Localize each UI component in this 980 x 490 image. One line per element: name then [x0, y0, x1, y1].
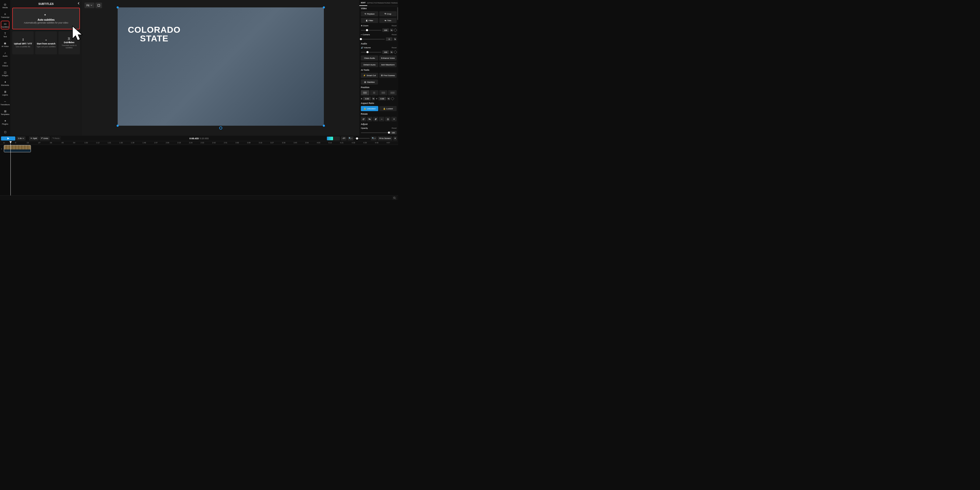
pos-center[interactable] [370, 90, 379, 95]
rail-subtitles[interactable]: ▭Subtitles [1, 21, 10, 29]
rail-transitions[interactable]: ↔Transitions [1, 98, 10, 107]
speed-dropdown[interactable]: 1.0x [16, 136, 25, 140]
tab-timing[interactable]: TIMING [390, 0, 398, 6]
volume-reset[interactable]: Reset [391, 46, 396, 49]
rail-plugins[interactable]: ✦Plugins [1, 118, 10, 126]
timeline-ruler[interactable]: :0:9:18:27:36:45:541:031:121:211:301:391… [0, 141, 398, 145]
stabilize-button[interactable]: ▤ Stabilize [361, 80, 378, 85]
redo-button[interactable]: ↷ Redo [51, 136, 61, 140]
volume-slider[interactable] [361, 52, 381, 53]
upload-srt-card[interactable]: ↥ Upload SRT / VTT Use a subtitle file [12, 32, 34, 54]
rail-aivoice[interactable]: ◉AI Voice [1, 40, 10, 49]
svg-line-2 [395, 198, 396, 199]
audio-icon: ♪ [3, 51, 7, 55]
keyframe-icon[interactable] [393, 50, 397, 54]
rotate-ccw-button[interactable]: ↺ [361, 117, 366, 121]
rail-videos[interactable]: ▭Videos [1, 59, 10, 68]
corners-slider[interactable] [361, 39, 385, 40]
zoom-reset[interactable]: Reset [391, 24, 396, 27]
keyframe-icon[interactable] [391, 97, 394, 101]
pos-left[interactable] [361, 90, 369, 95]
plus-icon: ＋ [44, 38, 48, 41]
add-waveform-button[interactable]: Add Waveform [379, 62, 396, 67]
pos-right[interactable] [379, 90, 388, 95]
opacity-label: Opacity [361, 127, 369, 129]
flip-v-button[interactable]: ⇵ [373, 117, 379, 121]
corners-value[interactable]: 0 [386, 37, 393, 41]
rail-text[interactable]: TText [1, 30, 10, 39]
upload-icon: ↥ [21, 38, 25, 41]
corners-label: ⌐ Corners [361, 34, 369, 36]
zoom-value[interactable]: 100 [382, 28, 389, 32]
fit-to-screen-button[interactable]: Fit to Screen [378, 136, 392, 140]
trim-button[interactable]: ⇆ Trim [379, 18, 396, 23]
resize-handle-tl[interactable] [117, 6, 119, 8]
zoom-in-timeline[interactable]: 🔍+ [371, 136, 377, 140]
zoom-out-timeline[interactable]: 🔍− [348, 136, 353, 140]
timeline-zoom-slider[interactable] [355, 138, 370, 139]
auto-subtitles-card[interactable]: ✦ Auto subtitles Automatically generate … [12, 8, 80, 29]
rail-images[interactable]: ◫Images [1, 69, 10, 78]
snap-toggle[interactable] [327, 136, 340, 140]
ruler-mark: 1:03 [84, 142, 88, 144]
video-preview[interactable]: COLORADO STATE [118, 7, 324, 126]
clean-audio-button[interactable]: Clean Audio [361, 56, 378, 61]
filter-button[interactable]: ◧ Filter [361, 18, 378, 23]
undo-button[interactable]: ↶ Undo [40, 136, 50, 140]
volume-value[interactable]: 100 [382, 50, 389, 54]
rail-record[interactable]: ◻ [1, 128, 10, 136]
enhance-voice-button[interactable]: Enhance Voice [379, 56, 396, 61]
corners-reset[interactable]: Reset [391, 34, 396, 36]
rail-transcript[interactable]: ≡Transcript [1, 11, 10, 20]
zoom-slider[interactable] [361, 30, 381, 31]
start-scratch-card[interactable]: ＋ Start from scratch Type out your subti… [35, 32, 57, 54]
tab-edit[interactable]: EDIT [360, 0, 367, 6]
unlocked-button[interactable]: 🔓 Unlocked [361, 106, 378, 111]
locked-button[interactable]: 🔒 Locked [379, 106, 396, 111]
search-timeline-button[interactable] [393, 196, 396, 200]
pos-full[interactable] [388, 90, 396, 95]
rail-audio[interactable]: ♪Audio [1, 50, 10, 59]
tab-effects[interactable]: EFFECTS [367, 0, 376, 6]
zoom-out-button[interactable]: − [379, 117, 384, 121]
opacity-value[interactable]: 100 [390, 131, 396, 134]
split-button[interactable]: ✂ Split [29, 136, 38, 140]
find-scenes-button[interactable]: ⊞ Find Scenes [379, 73, 396, 78]
rail-media[interactable]: ◎Media [1, 1, 10, 10]
zoom-in-button[interactable]: ＋ [391, 117, 396, 121]
keyframe-icon[interactable] [393, 28, 397, 32]
fit-dropdown[interactable]: Fit [84, 3, 94, 8]
resize-handle-bl[interactable] [117, 124, 119, 127]
opacity-slider[interactable] [361, 132, 389, 133]
reset-rotate-button[interactable]: ⊙ [385, 117, 390, 121]
inspector-scrollbar[interactable] [397, 7, 398, 20]
ruler-mark: 2:33 [200, 142, 204, 144]
video-clip[interactable] [4, 145, 31, 152]
tab-transitions[interactable]: TRANSITIONS [376, 0, 390, 6]
rail-elements[interactable]: ✦Elements [1, 79, 10, 88]
smart-cut-button[interactable]: ⚡ Smart Cut [361, 73, 378, 78]
rail-layers[interactable]: ≣Layers [1, 89, 10, 97]
play-button[interactable] [1, 136, 15, 140]
record-icon: ◻ [3, 130, 7, 134]
aivoice-icon: ◉ [3, 41, 7, 45]
rail-templates[interactable]: ⊞Templates [1, 108, 10, 117]
crop-button[interactable]: ⧉ Crop [379, 11, 396, 16]
resize-handle-tr[interactable] [323, 6, 325, 8]
plugins-icon: ✦ [3, 119, 7, 123]
close-timeline-button[interactable]: ✕ [393, 136, 397, 140]
replace-button[interactable]: ⟲ Replace [361, 11, 378, 16]
rotate-handle[interactable] [219, 126, 222, 129]
timeline-tracks[interactable]: 1 [0, 145, 398, 195]
x-input[interactable]: 0.00 [363, 97, 371, 101]
y-input[interactable]: 0.00 [379, 97, 386, 101]
detach-audio-button[interactable]: Detach Audio [361, 62, 378, 67]
magnet-button[interactable]: ⊣⊢ [341, 136, 347, 140]
opacity-reset[interactable]: Reset [391, 127, 396, 129]
resize-handle-br[interactable] [323, 124, 325, 127]
timeline: 1.0x ✂ Split ↶ Undo ↷ Redo 0:08.433 / 0:… [0, 136, 398, 200]
collapse-panel-button[interactable] [76, 1, 81, 6]
fullscreen-button[interactable] [95, 3, 102, 8]
flip-h-button[interactable]: ⇋ [367, 117, 372, 121]
ruler-mark: :9 [15, 142, 16, 144]
